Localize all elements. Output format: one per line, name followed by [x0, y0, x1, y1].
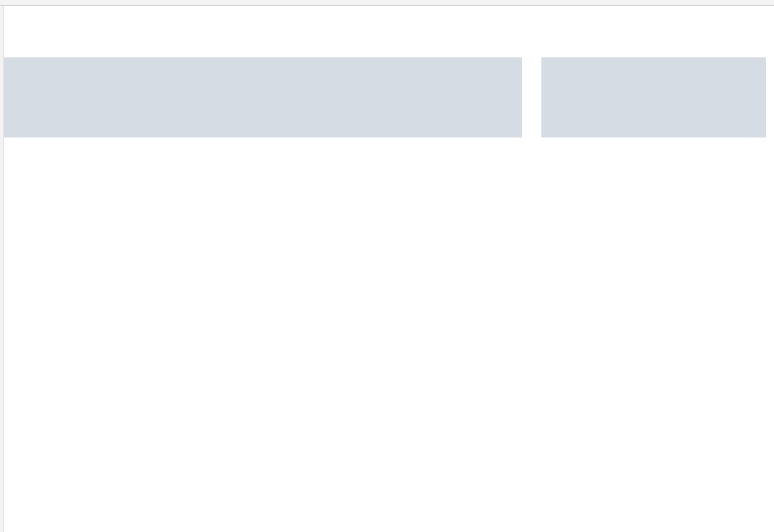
- column-label-summe-2025[interactable]: [429, 126, 526, 137]
- row-header-strip[interactable]: [0, 6, 4, 532]
- column-label-summe-2024[interactable]: [332, 126, 433, 137]
- cost-center-label-kanal[interactable]: [646, 68, 657, 135]
- cost-center-label-abfall[interactable]: [721, 68, 732, 135]
- spreadsheet: [0, 0, 774, 532]
- column-header-strip[interactable]: [0, 0, 774, 6]
- header-band-left: [4, 57, 522, 137]
- cost-center-label-wasser[interactable]: [571, 68, 581, 135]
